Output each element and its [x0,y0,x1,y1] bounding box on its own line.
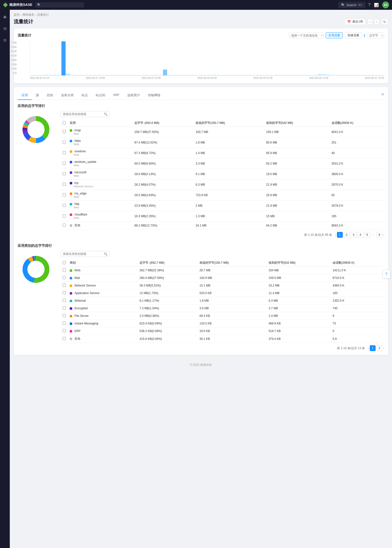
table-row[interactable]: onedrive Web 67.3 MB(9.72%) 1.4 MB 65.9 … [61,148,384,158]
tab-目的[interactable]: 目的 [43,91,57,100]
floating-help-button[interactable]: ？ [383,270,390,278]
app-page-5[interactable]: 5 [364,232,370,238]
table-row[interactable]: http Web 23.9 MB(3.45%) 2 MB 21.9 MB 267… [61,201,384,211]
table-row[interactable]: Instant Messaging 623.4 KB(0.09%) 133.5 … [61,320,384,327]
row-checkbox[interactable] [61,305,68,312]
app-page-next[interactable]: › [383,234,384,236]
app-page-1[interactable]: 1 [337,232,343,238]
app-page-2[interactable]: 2 [344,232,350,238]
row-checkbox[interactable] [61,282,68,289]
sidebar-item-settings[interactable]: ⚙ [1,36,9,44]
row-checkbox[interactable] [61,289,68,297]
category-section: 应用类别的总字节排行 🔍 类别总字节↓(692.7 MB)发送的字节(150.7… [18,244,384,351]
search-button[interactable]: 🔍 Search ⌘K [338,2,366,8]
prev-button[interactable]: ‹ [368,19,372,25]
row-checkbox[interactable] [61,148,68,158]
cat-search-wrap[interactable]: 🔍 [61,251,110,257]
cat-page-prev[interactable]: ‹ [368,347,369,350]
row-checkbox[interactable] [61,320,68,327]
table-row[interactable]: File Server 2.5 MB(0.36%) 69.3 KB 2.4 MB… [61,312,384,320]
row-sessions: 40 [330,148,384,158]
date-range-button[interactable]: 📅 最近1周 [345,18,366,25]
app-page-9[interactable]: 9 [377,232,382,238]
row-checkbox[interactable] [61,312,68,320]
row-checkbox[interactable] [61,179,68,190]
host-dropdown-wrapper[interactable]: 选择一个主机地址段 [289,33,324,38]
table-row[interactable]: windows_update Web 66.5 MB(9.60%) 3.3 MB… [61,158,384,169]
select-all-cat[interactable] [63,261,66,264]
category-donut-chart [18,251,57,288]
table-row[interactable]: ms_edge Web 26.5 MB(3.83%) 723.9 KB 25.8… [61,190,384,201]
row-checkbox[interactable] [61,190,68,201]
tab-远程用户[interactable]: 远程用户 [123,91,144,100]
metric-select[interactable]: 总字节 [367,33,384,38]
table-row[interactable]: Mail 260.4 MB(37.59%) 100.9 MB 159.5 MB … [61,274,384,282]
analytics-icon[interactable]: 📊 [374,3,379,7]
tab-站点间[interactable]: 站点间 [92,91,109,100]
row-checkbox[interactable] [61,222,68,229]
next-button[interactable]: › [374,19,379,25]
cat-page-1[interactable]: 1 [370,345,376,351]
tab-传输网络[interactable]: 传输网络 [144,91,164,100]
sidebar-item-monitor[interactable]: ◉ [1,13,9,21]
avatar[interactable]: AD [382,1,389,8]
row-recv: 518.7 KB [267,327,331,335]
tab-站点[interactable]: 站点 [78,91,92,100]
tab-VRF[interactable]: VRF [109,91,123,100]
app-page-3[interactable]: 3 [351,232,357,238]
row-checkbox[interactable] [61,335,68,343]
row-checkbox[interactable] [61,267,68,274]
row-checkbox[interactable] [61,137,68,148]
table-row[interactable]: https Web 87.4 MB(12.62%) 1.8 MB 85.6 MB… [61,137,384,148]
row-checkbox[interactable] [61,169,68,179]
nav-search-bar[interactable]: 🔍 [35,2,84,8]
row-checkbox[interactable] [61,201,68,211]
chart-bar [163,70,167,75]
table-row[interactable]: Network Service 38.3 MB(5.52%) 15.1 MB 2… [61,282,384,289]
chart-bar [366,75,370,75]
app-page-4[interactable]: 4 [357,232,363,238]
row-sent: 100.9 MB [197,274,266,282]
row-checkbox[interactable] [61,274,68,282]
tab-refresh-icon[interactable]: ⟳ [381,93,384,96]
accelerate-traffic-btn[interactable]: 加速流量 [345,32,362,38]
table-row[interactable]: cloudflare Web 16.3 MB(2.35%) 1.3 MB 15 … [61,211,384,222]
row-checkbox[interactable] [61,158,68,169]
question-icon[interactable]: ? [368,3,370,7]
cat-search-input[interactable] [63,252,102,256]
metric-dropdown-wrapper[interactable]: 总字节 [367,33,384,38]
table-row[interactable]: imap Mail 259.7 MB(37.50%) 100.7 MB 159.… [61,127,384,137]
cat-page-2[interactable]: 2 [377,345,382,351]
table-row[interactable]: ERP 538.2 KB(0.08%) 19.5 KB 518.7 KB 5 [61,327,384,335]
tab-应用[interactable]: 应用 [18,91,32,100]
host-select[interactable]: 选择一个主机地址段 [289,33,324,38]
breadcrumb-monitor[interactable]: 监控 [14,13,20,17]
table-row[interactable]: 其他 415.6 KB(0.06%) 30.1 KB 379.4 KB 5.9 [61,335,384,343]
app-page-prev[interactable]: ‹ [335,234,336,236]
global-traffic-btn[interactable]: 全局流量 [326,32,343,38]
table-row[interactable]: Web 362.7 MB(52.36%) 28.7 MB 334 MB 1421… [61,267,384,274]
cat-page-next[interactable]: › [383,347,384,350]
row-checkbox[interactable] [61,327,68,335]
nav-search-input[interactable] [42,3,72,7]
row-checkbox[interactable] [61,297,68,305]
row-checkbox[interactable] [61,211,68,222]
table-row[interactable]: tcp Network Service 28.2 MB(4.07%) 6.3 M… [61,179,384,190]
tab-业务分类[interactable]: 业务分类 [57,91,78,100]
table-row[interactable]: Encrypted 7.2 MB(1.04%) 3.5 MB 3.7 MB 74… [61,305,384,312]
select-all-app[interactable] [63,121,66,124]
table-row[interactable]: Application Service 12 MB(1.73%) 533.5 K… [61,289,384,297]
chart-bar [154,75,158,75]
sidebar-item-network[interactable]: ⊞ [1,24,9,32]
refresh-button[interactable]: ↻ [381,19,388,25]
app-page-info: 第 1-10 条/总共 85 条 [304,233,332,237]
table-row[interactable]: microsoft Web 28.6 MB(4.13%) 9.1 MB 19.5… [61,169,384,179]
breadcrumb-network[interactable]: 网络服务 [23,13,34,17]
table-row[interactable]: 其他 88.2 MB(12.73%) 24.1 MB 64.2 MB 8693.… [61,222,384,229]
tab-源[interactable]: 源 [32,91,43,100]
table-row[interactable]: Webmail 8.1 MB(1.17%) 1.8 MB 6.3 MB 1352… [61,297,384,305]
app-search-wrap[interactable]: 🔍 [61,111,110,117]
app-table-wrapper: 🔍 应用总字节↓(692.6 MB)发送的字节(150.7 MB)收到的字节(5… [61,111,384,238]
row-checkbox[interactable] [61,127,68,137]
app-search-input[interactable] [63,112,102,116]
